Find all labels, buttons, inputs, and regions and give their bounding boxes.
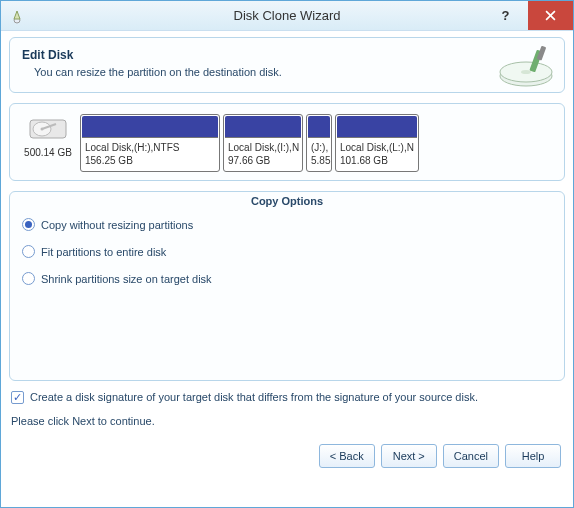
- partition-label: Local Disk,(I:),N97.66 GB: [224, 139, 302, 171]
- partition-0[interactable]: Local Disk,(H:),NTFS156.25 GB: [80, 114, 220, 172]
- copy-option-label: Fit partitions to entire disk: [41, 246, 166, 258]
- continue-hint: Please click Next to continue.: [11, 413, 563, 431]
- copy-option-label: Shrink partitions size on target disk: [41, 273, 212, 285]
- partition-label: Local Disk,(L:),N101.68 GB: [336, 139, 418, 171]
- header-title: Edit Disk: [22, 48, 282, 62]
- partition-2[interactable]: (J:),5.85: [306, 114, 332, 172]
- partition-bar: [225, 116, 301, 138]
- wizard-header: Edit Disk You can resize the partition o…: [9, 37, 565, 93]
- wizard-footer: ✓ Create a disk signature of your target…: [9, 389, 565, 430]
- app-icon: [9, 8, 25, 24]
- help-button[interactable]: Help: [505, 444, 561, 468]
- cancel-button[interactable]: Cancel: [443, 444, 499, 468]
- partition-bar: [82, 116, 218, 138]
- radio-icon[interactable]: [22, 218, 35, 231]
- copy-options-panel: Copy Options Copy without resizing parti…: [9, 191, 565, 381]
- header-subtitle: You can resize the partition on the dest…: [34, 66, 282, 78]
- copy-option-2[interactable]: Shrink partitions size on target disk: [22, 272, 554, 285]
- partition-bar: [308, 116, 330, 138]
- signature-checkbox-row[interactable]: ✓ Create a disk signature of your target…: [11, 389, 563, 407]
- radio-icon[interactable]: [22, 272, 35, 285]
- svg-point-3: [521, 70, 531, 74]
- next-button[interactable]: Next >: [381, 444, 437, 468]
- back-button[interactable]: < Back: [319, 444, 375, 468]
- copy-option-label: Copy without resizing partitions: [41, 219, 193, 231]
- disk-capacity: 500.14 GB: [18, 147, 78, 158]
- hard-disk-icon: [28, 132, 68, 144]
- titlebar: Disk Clone Wizard ?: [1, 1, 573, 31]
- partition-bar: [337, 116, 417, 138]
- radio-icon[interactable]: [22, 245, 35, 258]
- copy-option-1[interactable]: Fit partitions to entire disk: [22, 245, 554, 258]
- signature-checkbox[interactable]: ✓: [11, 391, 24, 404]
- window-close-button[interactable]: [528, 1, 573, 30]
- disk-art-icon: [498, 44, 554, 92]
- button-bar: < Back Next > Cancel Help: [9, 444, 565, 468]
- partition-1[interactable]: Local Disk,(I:),N97.66 GB: [223, 114, 303, 172]
- disk-layout-panel: 500.14 GB Local Disk,(H:),NTFS156.25 GBL…: [9, 103, 565, 181]
- signature-checkbox-label: Create a disk signature of your target d…: [30, 389, 478, 407]
- partition-label: (J:),5.85: [307, 139, 331, 171]
- partition-label: Local Disk,(H:),NTFS156.25 GB: [81, 139, 219, 171]
- partition-3[interactable]: Local Disk,(L:),N101.68 GB: [335, 114, 419, 172]
- copy-options-legend: Copy Options: [10, 191, 564, 207]
- copy-option-0[interactable]: Copy without resizing partitions: [22, 218, 554, 231]
- window-help-button[interactable]: ?: [483, 1, 528, 30]
